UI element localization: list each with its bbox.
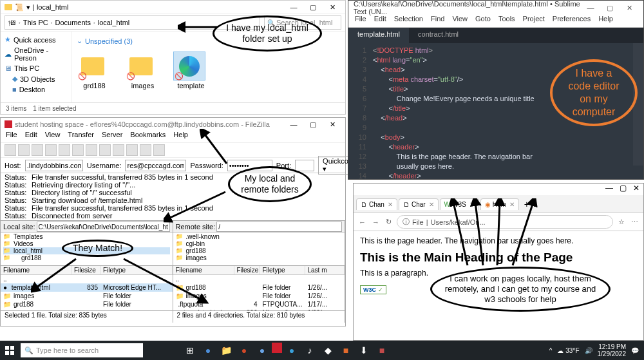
sidebar-onedrive[interactable]: ☁OneDrive - Person xyxy=(5,45,67,63)
back-button[interactable]: ← xyxy=(357,218,367,226)
remote-path-input[interactable] xyxy=(216,222,342,232)
minimap[interactable] xyxy=(633,43,643,166)
maximize-button[interactable]: ▢ xyxy=(601,4,619,12)
sidebar-this-pc[interactable]: 🖥This PC xyxy=(5,63,67,73)
menu-view[interactable]: View xyxy=(45,131,61,142)
crumb-documents[interactable]: Documents xyxy=(55,19,91,26)
menu-transfer[interactable]: Transfer xyxy=(68,131,94,142)
list-item[interactable]: ● template.html806Microsoft ...1/29/... xyxy=(173,308,345,310)
menu-goto[interactable]: Goto xyxy=(475,15,491,27)
tree-item[interactable]: grd188 xyxy=(3,254,170,261)
list-item[interactable]: ● template.html835Microsoft Edge HT... xyxy=(1,283,173,292)
taskbar-search[interactable]: 🔍 Type here to search xyxy=(21,343,143,357)
toolbar-button[interactable] xyxy=(86,144,97,156)
toolbar-button[interactable] xyxy=(140,144,151,156)
app-icon[interactable]: ◆ xyxy=(319,343,336,358)
explorer-file[interactable]: template xyxy=(173,52,209,90)
task-view-icon[interactable]: ⊞ xyxy=(182,343,198,358)
maximize-button[interactable]: ▢ xyxy=(620,184,627,195)
list-item[interactable]: 📁grd188File folder xyxy=(1,300,173,308)
menu-preferences[interactable]: Preferences xyxy=(553,15,591,27)
menu-project[interactable]: Project xyxy=(523,15,545,27)
menu-edit[interactable]: Edit xyxy=(374,15,386,27)
tree-item[interactable]: Templates xyxy=(3,233,170,240)
app-icon[interactable]: 📁 xyxy=(218,343,234,358)
new-tab-button[interactable]: + xyxy=(520,199,533,209)
tree-item[interactable]: grd188 xyxy=(176,247,343,254)
toolbar-button[interactable] xyxy=(45,144,57,156)
search-input[interactable]: Search local_html xyxy=(264,15,341,30)
tab-change[interactable]: 🗋 Chan✕ xyxy=(356,198,397,210)
toolbar-button[interactable] xyxy=(153,144,165,156)
minimize-button[interactable]: — xyxy=(582,4,600,12)
crumb-thispc[interactable]: This PC xyxy=(23,19,48,26)
menu-selection[interactable]: Selection xyxy=(394,15,423,27)
host-input[interactable] xyxy=(25,160,83,171)
menu-file[interactable]: File xyxy=(6,131,17,142)
local-path-input[interactable] xyxy=(37,222,170,232)
tab-home[interactable]: ◉ Hom✕ xyxy=(480,198,519,210)
minimize-button[interactable]: — xyxy=(285,3,303,12)
toolbar-button[interactable] xyxy=(5,144,16,156)
forward-button[interactable]: → xyxy=(371,218,381,226)
sidebar-3d-objects[interactable]: ◆3D Objects xyxy=(5,73,67,84)
tab-w3s[interactable]: W W3S✕ xyxy=(440,198,479,210)
close-button[interactable]: ✕ xyxy=(620,4,638,12)
close-button[interactable]: ✕ xyxy=(323,3,341,12)
tab-contract[interactable]: contract.html xyxy=(409,28,468,43)
app-icon[interactable]: ■ xyxy=(374,343,390,358)
app-icon[interactable]: ⬇ xyxy=(355,343,372,358)
list-item[interactable]: .. xyxy=(1,275,173,283)
menu-edit[interactable]: Edit xyxy=(25,131,37,142)
toolbar-button[interactable] xyxy=(113,144,124,156)
minimize-button[interactable]: — xyxy=(285,120,303,129)
list-item[interactable]: .ftpquota4FTPQUOTA...1/17/... xyxy=(173,300,345,308)
port-input[interactable] xyxy=(295,160,314,171)
menu-help[interactable]: Help xyxy=(598,15,613,27)
sidebar-desktop[interactable]: ■Deskton xyxy=(5,84,67,95)
tree-item[interactable]: images xyxy=(176,254,343,261)
menu-icon[interactable]: ⋯ xyxy=(630,218,639,226)
app-icon[interactable]: ● xyxy=(254,343,270,358)
list-item[interactable]: 📁grd188File folder1/26/... xyxy=(173,283,345,292)
address-bar[interactable]: ⓘ File | Users/kekaf/On... xyxy=(397,215,613,229)
toolbar-button[interactable] xyxy=(18,144,30,156)
app-icon[interactable]: ● xyxy=(200,343,216,358)
sidebar-quick-access[interactable]: ★Quick access xyxy=(5,34,67,45)
breadcrumb[interactable]: 🖥› This PC› Documents› local_html xyxy=(5,15,260,30)
toolbar-button[interactable] xyxy=(126,144,138,156)
toolbar-button[interactable] xyxy=(32,144,43,156)
reload-button[interactable]: ↻ xyxy=(384,218,393,226)
pass-input[interactable] xyxy=(227,160,272,171)
menu-bookmarks[interactable]: Bookmarks xyxy=(130,131,166,142)
app-icon[interactable]: ♪ xyxy=(301,343,318,358)
favorites-icon[interactable]: ☆ xyxy=(617,218,626,226)
maximize-button[interactable]: ▢ xyxy=(304,120,322,129)
clock[interactable]: 12:19 PM1/29/2022 xyxy=(598,343,627,357)
tree-item[interactable]: Videos xyxy=(3,240,170,247)
toolbar-button[interactable] xyxy=(72,144,84,156)
maximize-button[interactable]: ▢ xyxy=(304,3,322,12)
toolbar-button[interactable] xyxy=(99,144,111,156)
menu-help[interactable]: Help xyxy=(173,131,188,142)
tree-item[interactable]: cgi-bin xyxy=(176,240,343,247)
app-icon[interactable]: ● xyxy=(236,343,252,358)
list-item[interactable]: 📁imagesFile folder xyxy=(1,292,173,300)
toolbar-button[interactable] xyxy=(59,144,70,156)
menu-view[interactable]: View xyxy=(452,15,468,27)
menu-find[interactable]: Find xyxy=(431,15,444,27)
menu-server[interactable]: Server xyxy=(102,131,122,142)
code-editor[interactable]: 123456789101112131415 <!DOCTYPE html> <h… xyxy=(348,43,643,193)
menu-tools[interactable]: Tools xyxy=(498,15,515,27)
crumb-localhtml[interactable]: local_html xyxy=(98,19,130,26)
list-item[interactable]: 📁imagesFile folder1/26/... xyxy=(173,292,345,300)
app-icon[interactable] xyxy=(272,343,282,353)
app-icon[interactable]: ● xyxy=(283,343,300,358)
explorer-file[interactable]: grd188 xyxy=(77,52,112,90)
close-button[interactable]: ✕ xyxy=(633,184,639,195)
close-button[interactable]: ✕ xyxy=(323,120,341,129)
user-input[interactable] xyxy=(125,160,186,171)
tab-template[interactable]: template.html xyxy=(348,28,409,43)
tree-item[interactable]: .well-known xyxy=(176,233,343,240)
group-header[interactable]: Unspecified (3) xyxy=(77,34,340,48)
